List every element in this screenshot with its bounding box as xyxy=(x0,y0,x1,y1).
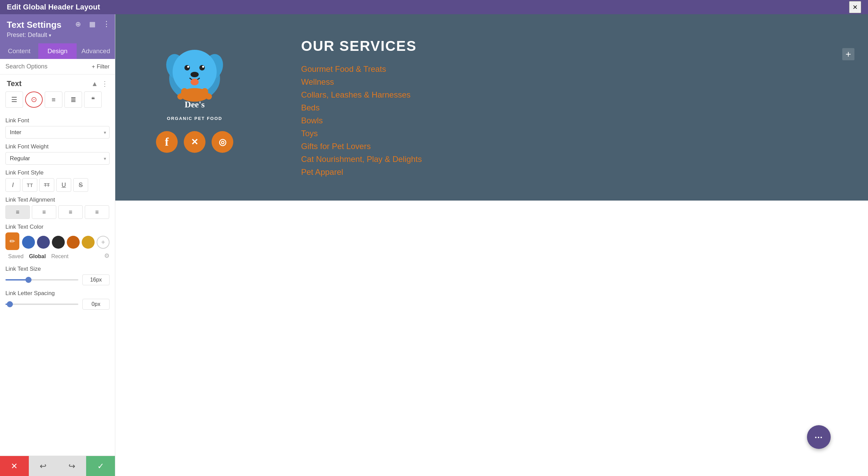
capitalize-btn[interactable]: TT xyxy=(39,178,54,192)
link-text-size-slider[interactable] xyxy=(5,279,78,281)
list-item[interactable]: Pet Apparel xyxy=(301,167,827,177)
save-button[interactable]: ✓ xyxy=(86,456,115,476)
section-icons: ▲ ⋮ xyxy=(91,80,108,88)
panel-header: Text Settings Preset: Default ▾ ⊕ ▦ ⋮ xyxy=(0,14,115,43)
list-item[interactable]: Toys xyxy=(301,129,827,138)
link-font-select[interactable]: Inter Arial Georgia Helvetica Roboto xyxy=(5,126,110,139)
svg-point-13 xyxy=(177,94,183,100)
undo-button[interactable]: ↩ xyxy=(29,456,58,476)
text-align-center-btn[interactable]: ≡ xyxy=(32,205,56,219)
preset-arrow[interactable]: ▾ xyxy=(49,33,51,38)
color-picker-button[interactable]: ✏ xyxy=(5,232,19,250)
swatch-dark-blue[interactable] xyxy=(37,236,50,249)
instagram-icon[interactable]: ◎ xyxy=(212,131,233,153)
link-font-style-label: Link Font Style xyxy=(5,169,110,176)
align-center-btn[interactable]: ⊙ xyxy=(25,91,43,108)
list-item[interactable]: Wellness xyxy=(301,77,827,87)
logo-image: Dee's xyxy=(157,35,232,109)
filter-button[interactable]: + Filter xyxy=(92,63,110,70)
dots-icon-btn[interactable]: ⋮ xyxy=(101,80,108,88)
align-buttons: ☰ ⊙ ≡ ≣ ❝ xyxy=(0,91,115,112)
link-letter-spacing-input[interactable] xyxy=(82,299,110,310)
strikethrough-btn[interactable]: S xyxy=(73,178,88,192)
list-item[interactable]: Beds xyxy=(301,103,827,112)
services-section: our services Gourmet Food & Treats Welln… xyxy=(301,35,827,180)
list-item[interactable]: Collars, Leashes & Harnesses xyxy=(301,90,827,100)
services-title: our services xyxy=(301,38,827,54)
top-bar-title: Edit Global Header Layout xyxy=(7,3,100,12)
color-tab-global[interactable]: Global xyxy=(26,252,48,261)
text-align-justify-btn[interactable]: ≡ xyxy=(85,205,109,219)
text-align-buttons: ≡ ≡ ≡ ≡ xyxy=(5,205,110,219)
tab-design[interactable]: Design xyxy=(38,43,77,59)
right-panel: Dee's ORGANIC PET FOOD f ✕ ◎ our service… xyxy=(115,14,868,476)
tab-advanced[interactable]: Advanced xyxy=(77,43,115,59)
cancel-button[interactable]: ✕ xyxy=(0,456,29,476)
more-icon-btn[interactable]: ⋮ xyxy=(101,19,112,29)
swatch-orange1[interactable] xyxy=(67,236,80,249)
swatch-blue[interactable] xyxy=(22,236,35,249)
target-icon-btn[interactable]: ⊕ xyxy=(73,19,83,29)
search-input[interactable] xyxy=(5,63,89,70)
preview-area: Dee's ORGANIC PET FOOD f ✕ ◎ our service… xyxy=(115,14,868,476)
link-text-size-label: Link Text Size xyxy=(5,266,110,272)
list-item[interactable]: Cat Nourishment, Play & Delights xyxy=(301,154,827,164)
svg-point-8 xyxy=(191,72,199,77)
tabs: Content Design Advanced xyxy=(0,43,115,59)
close-button[interactable]: × xyxy=(849,1,861,13)
color-tabs: Saved Global Recent ⚙ xyxy=(5,252,110,261)
panel-preset: Preset: Default ▾ xyxy=(7,32,108,39)
undo-icon: ↩ xyxy=(40,461,46,471)
eyedropper-icon: ✏ xyxy=(9,237,15,245)
tab-content[interactable]: Content xyxy=(0,43,38,59)
fab-button[interactable]: ●●● xyxy=(807,425,831,449)
search-bar: + Filter xyxy=(0,59,115,75)
add-section-button[interactable]: + xyxy=(842,48,854,60)
link-letter-spacing-row xyxy=(5,299,110,310)
link-font-weight-label: Link Font Weight xyxy=(5,143,110,150)
uppercase-btn[interactable]: TT xyxy=(22,178,37,192)
font-style-buttons: I TT TT U S xyxy=(5,178,110,192)
swatch-orange2[interactable] xyxy=(82,236,95,249)
list-item[interactable]: Gourmet Food & Treats xyxy=(301,64,827,74)
align-quote-btn[interactable]: ❝ xyxy=(84,91,102,108)
link-font-weight-select[interactable]: Regular Bold Light Medium SemiBold xyxy=(5,152,110,165)
align-indent-btn[interactable]: ≣ xyxy=(64,91,82,108)
color-tab-recent[interactable]: Recent xyxy=(48,252,71,261)
link-text-size-row xyxy=(5,274,110,285)
text-align-right-btn[interactable]: ≡ xyxy=(58,205,83,219)
facebook-icon[interactable]: f xyxy=(156,131,178,153)
svg-point-5 xyxy=(199,65,205,70)
align-left-btn[interactable]: ☰ xyxy=(5,91,23,108)
italic-btn[interactable]: I xyxy=(5,178,20,192)
text-section-label: Text xyxy=(7,79,22,88)
swatch-dark-gray[interactable] xyxy=(52,236,65,249)
align-list-btn[interactable]: ≡ xyxy=(45,91,62,108)
list-item[interactable]: Bowls xyxy=(301,116,827,125)
link-font-weight-select-wrapper: Regular Bold Light Medium SemiBold ▾ xyxy=(5,152,110,165)
list-item[interactable]: Gifts for Pet Lovers xyxy=(301,142,827,151)
color-settings-icon[interactable]: ⚙ xyxy=(104,252,110,261)
color-tab-saved[interactable]: Saved xyxy=(5,252,26,261)
collapse-icon-btn[interactable]: ▲ xyxy=(91,80,98,88)
social-icons: f ✕ ◎ xyxy=(156,131,233,153)
text-section-header: Text ▲ ⋮ xyxy=(0,75,115,91)
svg-point-11 xyxy=(181,88,188,95)
redo-button[interactable]: ↪ xyxy=(58,456,86,476)
layout-icon-btn[interactable]: ▦ xyxy=(87,19,97,29)
svg-point-9 xyxy=(191,79,199,85)
svg-point-12 xyxy=(201,88,208,95)
add-swatch-btn[interactable]: + xyxy=(97,236,110,249)
link-text-size-input[interactable] xyxy=(82,274,110,285)
twitter-icon[interactable]: ✕ xyxy=(184,131,205,153)
link-letter-spacing-slider[interactable] xyxy=(5,304,78,305)
services-list: Gourmet Food & Treats Wellness Collars, … xyxy=(301,64,827,177)
svg-point-4 xyxy=(184,65,190,70)
main-layout: Text Settings Preset: Default ▾ ⊕ ▦ ⋮ Co… xyxy=(0,14,868,476)
text-align-left-btn[interactable]: ≡ xyxy=(5,205,30,219)
svg-text:Dee's: Dee's xyxy=(184,100,204,109)
form-section: Link Font Inter Arial Georgia Helvetica … xyxy=(0,112,115,456)
save-icon: ✓ xyxy=(97,461,104,471)
underline-btn[interactable]: U xyxy=(56,178,71,192)
left-panel: Text Settings Preset: Default ▾ ⊕ ▦ ⋮ Co… xyxy=(0,14,115,476)
